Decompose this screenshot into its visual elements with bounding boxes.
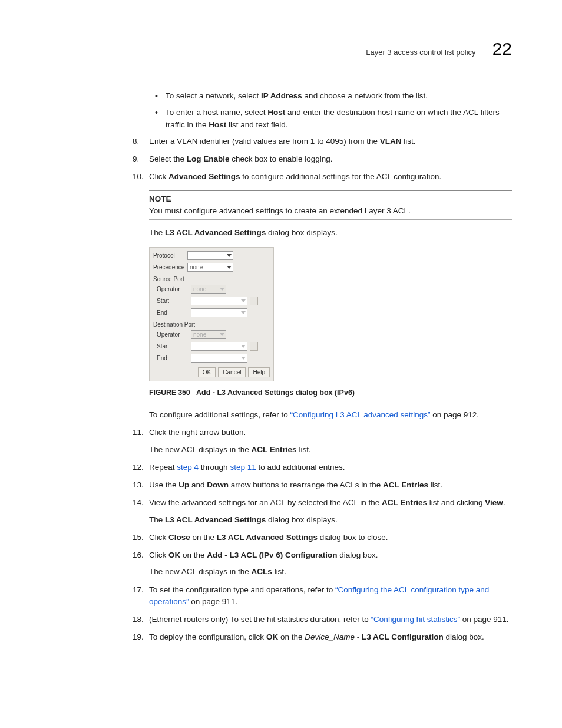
step-17: 17. To set the configuration type and op…: [133, 584, 512, 608]
bullet-item: To enter a host name, select Host and en…: [155, 107, 512, 131]
dest-end-combo[interactable]: [191, 354, 247, 363]
cross-ref-link[interactable]: “Configuring L3 ACL advanced settings”: [290, 410, 430, 419]
chevron-down-icon: [227, 254, 232, 257]
text: list.: [297, 445, 311, 454]
step-8: 8. Enter a VLAN identifier (valid values…: [133, 136, 512, 147]
cross-ref-link[interactable]: “Configuring hit statistics”: [371, 615, 460, 624]
text: check box to enable logging.: [230, 154, 333, 163]
step-number: 12.: [133, 462, 147, 473]
text: dialog box to close.: [318, 533, 388, 542]
cancel-button[interactable]: Cancel: [218, 367, 246, 377]
help-button[interactable]: Help: [248, 367, 270, 377]
step-number: 19.: [133, 631, 147, 643]
start-label: Start: [153, 297, 191, 305]
dest-start-combo[interactable]: [191, 342, 247, 351]
step-18: 18. (Ethernet routers only) To set the h…: [133, 614, 512, 625]
step-10: 10. Click Advanced Settings to configure…: [133, 171, 512, 421]
text: dialog box.: [444, 633, 484, 641]
text-bold: View: [485, 498, 503, 507]
text-bold: OK: [168, 551, 180, 559]
text: list.: [428, 480, 442, 489]
step-19: 19. To deploy the configuration, click O…: [133, 631, 512, 643]
text-bold: ACLs: [252, 567, 272, 576]
paragraph: To configure additional settings, refer …: [149, 409, 512, 421]
text-italic: Device_Name: [305, 633, 355, 641]
step-9: 9. Select the Log Enable check box to en…: [133, 153, 512, 165]
step-15: 15. Click Close on the L3 ACL Advanced S…: [133, 532, 512, 543]
step-number: 18.: [133, 614, 147, 625]
dest-port-section: Destination Port: [153, 320, 270, 329]
text: on page 912.: [431, 410, 480, 419]
step-number: 13.: [133, 479, 147, 491]
protocol-combo[interactable]: [187, 251, 233, 260]
dest-operator-combo[interactable]: none: [191, 330, 226, 339]
paragraph: The L3 ACL Advanced Settings dialog box …: [149, 514, 512, 526]
paragraph: The L3 ACL Advanced Settings dialog box …: [149, 227, 512, 239]
text: on the: [190, 533, 217, 542]
text-bold: Close: [168, 533, 190, 542]
text: and choose a network from the list.: [302, 91, 428, 100]
text-bold: Down: [207, 480, 229, 489]
combo-value: none: [193, 285, 206, 294]
source-start-aux-button[interactable]: [250, 297, 258, 305]
header-title: Layer 3 access control list policy: [366, 47, 475, 58]
text: To deploy the configuration, click: [149, 633, 266, 641]
text: list.: [401, 137, 415, 146]
text: The: [149, 515, 165, 524]
text-bold: VLAN: [380, 137, 402, 146]
start-label: Start: [153, 342, 191, 351]
cross-ref-link[interactable]: step 4: [177, 463, 199, 472]
text: dialog box displays.: [266, 515, 338, 524]
source-operator-combo[interactable]: none: [191, 285, 226, 294]
text-bold: ACL Entries: [383, 480, 428, 489]
text: Use the: [149, 480, 178, 489]
bullet-item: To select a network, select IP Address a…: [155, 90, 512, 102]
text: To set the configuration type and operat…: [149, 585, 335, 594]
text: To enter a host name, select: [166, 108, 267, 117]
text: Enter a VLAN identifier (valid values ar…: [149, 137, 380, 146]
chapter-number: 22: [492, 35, 512, 62]
text-bold: L3 ACL Advanced Settings: [217, 533, 318, 542]
text: to configure additional settings for the…: [240, 172, 442, 181]
chevron-down-icon: [220, 333, 224, 336]
combo-value: none: [193, 330, 206, 339]
step-13: 13. Use the Up and Down arrow buttons to…: [133, 479, 512, 491]
step-number: 11.: [133, 427, 147, 439]
text-bold: Host: [267, 108, 285, 117]
note-block: NOTE You must configure advanced setting…: [149, 190, 512, 220]
chevron-down-icon: [241, 311, 246, 314]
paragraph: The new ACL displays in the ACL Entries …: [149, 444, 512, 456]
step-14: 14. View the advanced settings for an AC…: [133, 497, 512, 526]
note-title: NOTE: [149, 193, 512, 205]
source-port-section: Source Port: [153, 275, 270, 284]
text-bold: ACL Entries: [382, 498, 427, 507]
dest-start-aux-button[interactable]: [250, 342, 258, 351]
text-bold: Log Enable: [187, 154, 230, 163]
text: dialog box displays.: [266, 228, 338, 237]
text-bold: L3 ACL Advanced Settings: [165, 228, 266, 237]
cross-ref-link[interactable]: step 11: [230, 463, 256, 472]
text: Click: [149, 551, 168, 559]
text: View the advanced settings for an ACL by…: [149, 498, 382, 507]
text: list.: [272, 567, 286, 576]
text-bold: Advanced Settings: [168, 172, 240, 181]
protocol-label: Protocol: [153, 251, 187, 260]
text-bold: ACL Entries: [252, 445, 297, 454]
step-number: 17.: [133, 584, 147, 596]
source-end-combo[interactable]: [191, 308, 247, 317]
step-12: 12. Repeat step 4 through step 11 to add…: [133, 462, 512, 473]
text: on page 911.: [189, 597, 238, 606]
source-start-combo[interactable]: [191, 297, 247, 305]
ok-button[interactable]: OK: [198, 367, 216, 377]
chevron-down-icon: [227, 266, 232, 269]
chevron-down-icon: [220, 288, 224, 291]
text-bold: IP Address: [261, 91, 302, 100]
l3-advanced-settings-dialog: Protocol Precedence none Source Port Ope…: [149, 247, 274, 381]
text: Select the: [149, 154, 187, 163]
operator-label: Operator: [153, 285, 191, 294]
precedence-combo[interactable]: none: [187, 263, 233, 272]
text: (Ethernet routers only) To set the hit s…: [149, 615, 371, 624]
note-body: You must configure advanced settings to …: [149, 205, 512, 217]
text: To select a network, select: [166, 91, 261, 100]
text-bold: Host: [209, 120, 226, 129]
